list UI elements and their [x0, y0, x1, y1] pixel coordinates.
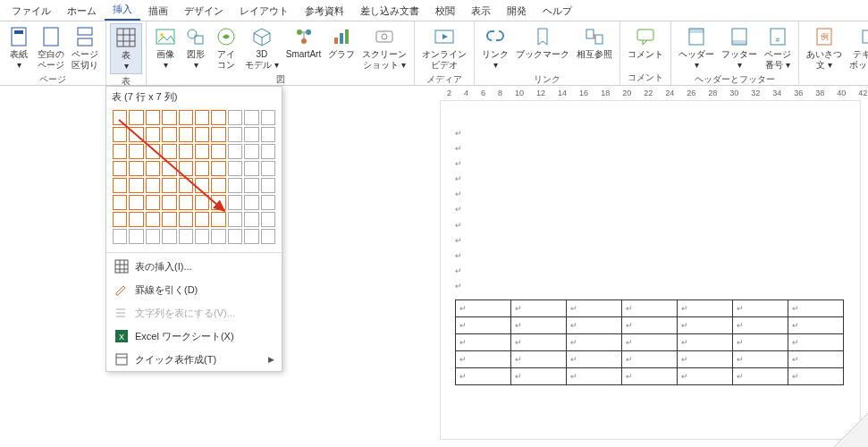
grid-picker-cell[interactable] — [261, 110, 275, 125]
table-cell[interactable]: ↵ — [733, 317, 788, 334]
grid-picker-cell[interactable] — [228, 161, 242, 176]
tab-8[interactable]: 校閲 — [427, 2, 463, 21]
ribbon-btn-pagenum[interactable]: #ページ 番号 ▾ — [761, 23, 795, 72]
table-cell[interactable]: ↵ — [456, 351, 511, 368]
grid-picker-cell[interactable] — [228, 127, 242, 142]
grid-picker-cell[interactable] — [228, 144, 242, 159]
grid-picker-cell[interactable] — [146, 195, 160, 210]
grid-picker-cell[interactable] — [162, 195, 176, 210]
grid-picker-cell[interactable] — [261, 161, 275, 176]
table-cell[interactable]: ↵ — [678, 334, 733, 351]
grid-picker-cell[interactable] — [195, 212, 209, 227]
grid-picker-cell[interactable] — [195, 110, 209, 125]
grid-picker-cell[interactable] — [244, 195, 258, 210]
grid-picker-cell[interactable] — [179, 195, 193, 210]
table-cell[interactable]: ↵ — [733, 368, 788, 385]
grid-picker-cell[interactable] — [129, 161, 143, 176]
grid-picker-cell[interactable] — [146, 229, 160, 244]
table-cell[interactable]: ↵ — [788, 368, 844, 385]
grid-picker-cell[interactable] — [162, 178, 176, 193]
inserted-table[interactable]: ↵↵↵↵↵↵↵↵↵↵↵↵↵↵↵↵↵↵↵↵↵↵↵↵↵↵↵↵↵↵↵↵↵↵↵ — [455, 299, 844, 385]
tab-1[interactable]: ホーム — [59, 2, 105, 21]
grid-picker-cell[interactable] — [129, 110, 143, 125]
grid-picker-cell[interactable] — [129, 127, 143, 142]
tab-0[interactable]: ファイル — [4, 2, 59, 21]
grid-picker-cell[interactable] — [261, 178, 275, 193]
table-cell[interactable]: ↵ — [567, 334, 622, 351]
ribbon-btn-smartart[interactable]: SmartArt — [282, 23, 324, 62]
grid-picker-cell[interactable] — [211, 144, 225, 159]
ribbon-btn-break[interactable]: ページ 区切り — [68, 23, 102, 72]
grid-picker-cell[interactable] — [261, 195, 275, 210]
menu-item-4[interactable]: クイック表作成(T)▶ — [106, 348, 282, 371]
table-cell[interactable]: ↵ — [678, 351, 733, 368]
grid-picker-cell[interactable] — [146, 161, 160, 176]
grid-picker-cell[interactable] — [211, 178, 225, 193]
tab-5[interactable]: レイアウト — [232, 2, 297, 21]
grid-picker-cell[interactable] — [113, 229, 127, 244]
table-size-grid[interactable] — [106, 107, 282, 250]
grid-picker-cell[interactable] — [113, 110, 127, 125]
grid-picker-cell[interactable] — [146, 110, 160, 125]
ribbon-btn-greeting[interactable]: 例あいさつ 文 ▾ — [803, 23, 846, 72]
grid-picker-cell[interactable] — [146, 144, 160, 159]
grid-picker-cell[interactable] — [261, 144, 275, 159]
ribbon-btn-textbox[interactable]: Aテキスト ボックス ▾ — [846, 23, 868, 72]
ribbon-btn-image[interactable]: 画像 ▾ — [150, 23, 181, 72]
ribbon-btn-screenshot[interactable]: スクリーン ショット ▾ — [358, 23, 410, 72]
table-cell[interactable]: ↵ — [622, 317, 678, 334]
ribbon-btn-bookmark[interactable]: ブックマーク — [512, 23, 573, 62]
table-cell[interactable]: ↵ — [456, 368, 511, 385]
table-cell[interactable]: ↵ — [511, 368, 567, 385]
grid-picker-cell[interactable] — [244, 144, 258, 159]
table-cell[interactable]: ↵ — [788, 351, 844, 368]
grid-picker-cell[interactable] — [228, 212, 242, 227]
grid-picker-cell[interactable] — [162, 127, 176, 142]
ribbon-btn-comment[interactable]: コメント — [624, 23, 667, 62]
grid-picker-cell[interactable] — [129, 229, 143, 244]
grid-picker-cell[interactable] — [228, 110, 242, 125]
grid-picker-cell[interactable] — [162, 229, 176, 244]
grid-picker-cell[interactable] — [244, 212, 258, 227]
grid-picker-cell[interactable] — [261, 127, 275, 142]
ribbon-btn-video[interactable]: オンライン ビデオ — [418, 23, 470, 72]
grid-picker-cell[interactable] — [195, 195, 209, 210]
ribbon-btn-link[interactable]: リンク ▾ — [478, 23, 512, 72]
grid-picker-cell[interactable] — [146, 212, 160, 227]
menu-item-3[interactable]: XExcel ワークシート(X) — [106, 325, 282, 348]
menu-item-1[interactable]: 罫線を引く(D) — [106, 278, 282, 301]
grid-picker-cell[interactable] — [211, 161, 225, 176]
ribbon-btn-xref[interactable]: 相互参照 — [573, 23, 616, 62]
table-cell[interactable]: ↵ — [511, 317, 567, 334]
grid-picker-cell[interactable] — [179, 110, 193, 125]
table-cell[interactable]: ↵ — [788, 334, 844, 351]
grid-picker-cell[interactable] — [129, 178, 143, 193]
menu-item-0[interactable]: 表の挿入(I)... — [106, 255, 282, 278]
grid-picker-cell[interactable] — [228, 229, 242, 244]
table-cell[interactable]: ↵ — [456, 317, 511, 334]
ribbon-btn-blank[interactable]: 空白の ページ — [34, 23, 68, 72]
table-cell[interactable]: ↵ — [678, 368, 733, 385]
grid-picker-cell[interactable] — [244, 161, 258, 176]
ribbon-btn-cover[interactable]: 表紙 ▾ — [4, 23, 34, 72]
table-cell[interactable]: ↵ — [622, 368, 678, 385]
table-cell[interactable]: ↵ — [622, 300, 678, 317]
grid-picker-cell[interactable] — [244, 229, 258, 244]
grid-picker-cell[interactable] — [162, 144, 176, 159]
grid-picker-cell[interactable] — [179, 229, 193, 244]
tab-3[interactable]: 描画 — [140, 2, 176, 21]
table-cell[interactable]: ↵ — [567, 300, 622, 317]
grid-picker-cell[interactable] — [179, 144, 193, 159]
table-cell[interactable]: ↵ — [567, 317, 622, 334]
grid-picker-cell[interactable] — [113, 178, 127, 193]
table-cell[interactable]: ↵ — [788, 300, 844, 317]
grid-picker-cell[interactable] — [113, 127, 127, 142]
grid-picker-cell[interactable] — [228, 178, 242, 193]
ribbon-btn-footer[interactable]: フッター ▾ — [718, 23, 761, 72]
table-cell[interactable]: ↵ — [511, 351, 567, 368]
tab-11[interactable]: ヘルプ — [535, 2, 580, 21]
table-cell[interactable]: ↵ — [788, 317, 844, 334]
grid-picker-cell[interactable] — [179, 212, 193, 227]
table-cell[interactable]: ↵ — [622, 334, 678, 351]
grid-picker-cell[interactable] — [228, 195, 242, 210]
